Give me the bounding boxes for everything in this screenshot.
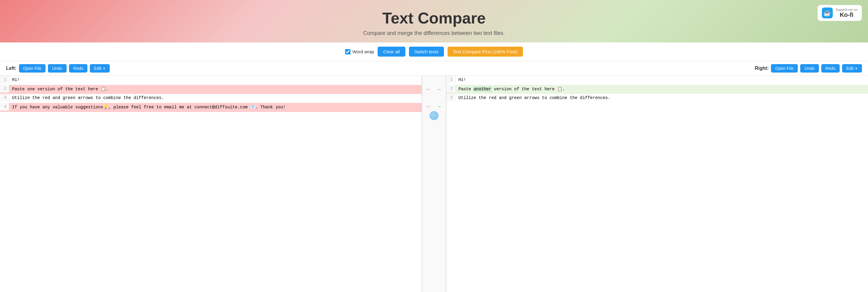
gutter-row-1	[422, 76, 446, 85]
left-arrow-icon-4[interactable]: →	[426, 104, 431, 109]
page-title: Text Compare	[6, 9, 862, 27]
right-arrow-icon-2[interactable]: ←	[438, 87, 442, 92]
left-line-2: 2 Paste one version of the text here 📋.	[0, 85, 422, 94]
clear-all-button[interactable]: Clear all	[378, 47, 405, 57]
left-line-4: 4 If you have any valuable suggestions💡,…	[0, 103, 422, 112]
left-line-number-3: 3	[0, 94, 9, 102]
left-open-file-button[interactable]: Open File	[19, 64, 46, 73]
left-line-content-3: Utilize the red and green arrows to comb…	[9, 94, 422, 102]
word-wrap-checkbox[interactable]	[345, 49, 350, 54]
diff-gutter: → ← → ←	[422, 76, 446, 292]
left-editor-bar: Left: Open File Undo Redo Edit ▼	[6, 64, 434, 73]
right-line-content-2: Paste another version of the text here 📋…	[456, 85, 868, 93]
kofi-badge[interactable]: ☕ Support me on Ko-fi	[817, 5, 862, 21]
left-undo-button[interactable]: Undo	[48, 64, 66, 73]
left-line-content-2: Paste one version of the text here 📋.	[9, 85, 422, 93]
right-label: Right:	[755, 66, 769, 71]
left-line-number-2: 2	[0, 85, 9, 93]
left-label: Left:	[6, 66, 17, 71]
gutter-row-4: → ←	[422, 103, 446, 121]
right-line-content-1: Hi!	[456, 76, 868, 84]
diff-word-another: another	[473, 87, 491, 92]
right-line-1: 1 Hi!	[446, 76, 868, 85]
left-line-content-4: If you have any valuable suggestions💡, p…	[9, 103, 422, 111]
page-subtitle: Compare and merge the differences betwee…	[6, 30, 862, 36]
left-arrow-icon-2[interactable]: →	[426, 87, 431, 92]
toolbar: Word wrap Clear all Switch texts Text Co…	[0, 42, 868, 61]
right-editor-bar: Right: Open File Undo Redo Edit ▼	[434, 64, 862, 73]
right-line-content-3: Utilize the red and green arrows to comb…	[456, 94, 868, 102]
left-redo-button[interactable]: Redo	[69, 64, 87, 73]
right-open-file-button[interactable]: Open File	[771, 64, 798, 73]
kofi-text: Support me on Ko-fi	[836, 8, 858, 19]
right-line-number-1: 1	[446, 76, 456, 83]
kofi-icon: ☕	[822, 7, 833, 19]
upgrade-button[interactable]: Text Compare Plus (100% Free)	[447, 47, 523, 57]
right-line-number-3: 3	[446, 94, 456, 102]
left-line-content-1: Hi!	[9, 76, 422, 84]
editor-container: 1 Hi! 2 Paste one version of the text he…	[0, 76, 868, 292]
left-editor-panel[interactable]: 1 Hi! 2 Paste one version of the text he…	[0, 76, 422, 292]
right-edit-button[interactable]: Edit ▼	[842, 64, 862, 73]
left-line-3: 3 Utilize the red and green arrows to co…	[0, 94, 422, 103]
word-wrap-text: Word wrap	[352, 49, 374, 54]
header: Text Compare Compare and merge the diffe…	[0, 0, 868, 42]
right-undo-button[interactable]: Undo	[800, 64, 818, 73]
word-wrap-label[interactable]: Word wrap	[345, 49, 374, 54]
editor-bar: Left: Open File Undo Redo Edit ▼ Right: …	[0, 61, 868, 76]
left-line-1: 1 Hi!	[0, 76, 422, 85]
right-line-2: 2 Paste another version of the text here…	[446, 85, 868, 94]
right-redo-button[interactable]: Redo	[821, 64, 840, 73]
switch-texts-button[interactable]: Switch texts	[409, 47, 444, 57]
right-line-3: 3 Utilize the red and green arrows to co…	[446, 94, 868, 103]
right-edit-chevron-icon: ▼	[855, 67, 858, 70]
kofi-support-text: Support me on	[836, 8, 858, 11]
gutter-row-2: → ←	[422, 85, 446, 94]
left-line-number-1: 1	[0, 76, 9, 83]
left-edit-button[interactable]: Edit ▼	[90, 64, 110, 73]
left-line-number-4: 4	[0, 103, 9, 110]
gutter-row-3	[422, 94, 446, 103]
kofi-name: Ko-fi	[836, 11, 858, 19]
right-editor-panel[interactable]: 1 Hi! 2 Paste another version of the tex…	[446, 76, 868, 292]
diff-map-marker	[430, 111, 438, 120]
right-line-number-2: 2	[446, 85, 456, 93]
left-edit-chevron-icon: ▼	[102, 67, 105, 70]
right-arrow-icon-4[interactable]: ←	[438, 104, 442, 109]
